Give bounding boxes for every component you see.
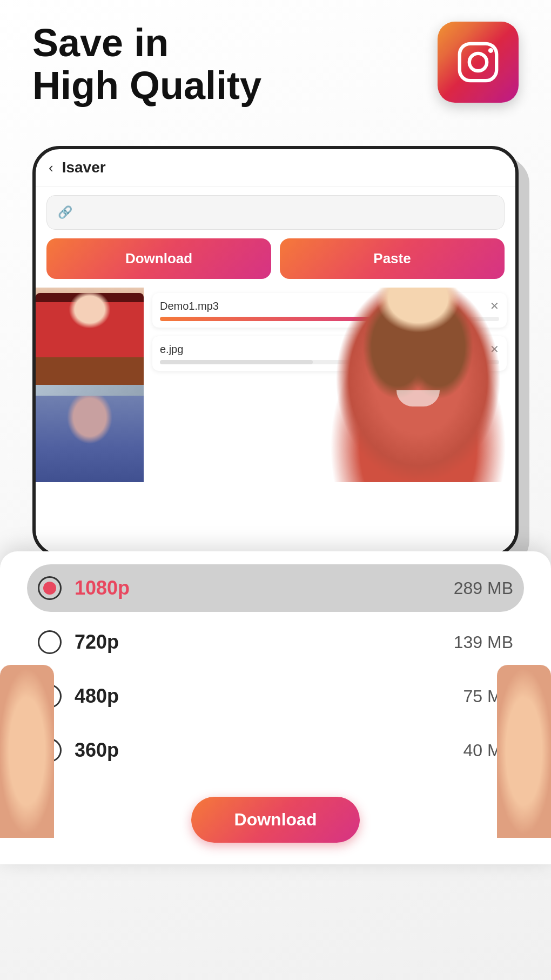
phone-container: ‹ Isaver 🔗 Download Paste [32,146,519,557]
quality-size-1080p: 289 MB [454,578,513,598]
quality-size-480p: 75 MB [463,686,513,706]
quality-size-720p: 139 MB [454,632,513,652]
radio-360p[interactable] [38,738,62,762]
paste-button[interactable]: Paste [280,238,505,279]
quality-panel: 1080p 289 MB 720p 139 MB 480p 75 MB 360p… [0,551,551,864]
radio-1080p[interactable] [38,576,62,600]
svg-point-2 [488,48,493,53]
person2-body [36,396,144,482]
link-icon: 🔗 [58,205,72,219]
progress-fill-2 [160,360,313,364]
quality-option-1080p[interactable]: 1080p 289 MB [27,564,524,612]
radio-inner-1080p [43,582,56,595]
progress-bar-1 [160,317,499,321]
back-button[interactable]: ‹ [49,159,53,176]
phone-content: Demo1.mp3 ✕ e.jpg ✕ [36,288,515,482]
quality-size-360p: 40 MB [463,741,513,761]
bottom-download-button[interactable]: Download [191,797,360,843]
headline-line2: High Quality [32,64,261,107]
filename-1: Demo1.mp3 [160,300,219,312]
radio-720p[interactable] [38,630,62,654]
quality-label-480p: 480p [75,685,463,708]
thumbnail-1 [36,288,144,385]
phone-title: Isaver [62,159,106,176]
download-item-header-2: e.jpg ✕ [160,343,499,356]
download-item-header-1: Demo1.mp3 ✕ [160,299,499,312]
phone-topbar: ‹ Isaver [36,149,515,186]
headline-line1: Save in [32,21,169,64]
download-item-1: Demo1.mp3 ✕ [152,293,507,328]
download-items-list: Demo1.mp3 ✕ e.jpg ✕ [144,288,515,482]
url-input-bar[interactable]: 🔗 [46,195,505,230]
quality-option-720p[interactable]: 720p 139 MB [27,618,524,666]
download-item-2: e.jpg ✕ [152,336,507,371]
quality-option-480p[interactable]: 480p 75 MB [27,672,524,720]
person1-body [36,293,144,385]
quality-label-720p: 720p [75,631,454,654]
quality-option-360p[interactable]: 360p 40 MB [27,726,524,774]
radio-480p[interactable] [38,684,62,708]
thumbnail-column [36,288,144,482]
quality-label-1080p: 1080p [75,577,454,599]
close-icon-2[interactable]: ✕ [490,343,499,356]
phone-mockup: ‹ Isaver 🔗 Download Paste [32,146,519,557]
quality-label-360p: 360p [75,739,463,762]
progress-bar-2 [160,360,499,364]
phone-action-buttons: Download Paste [46,238,505,279]
header: Save in High Quality [32,22,519,107]
progress-fill-1 [160,317,414,321]
headline: Save in High Quality [32,22,261,107]
download-button[interactable]: Download [46,238,271,279]
close-icon-1[interactable]: ✕ [490,299,499,312]
svg-point-1 [469,54,487,71]
thumbnail-2 [36,385,144,482]
instagram-icon [438,22,519,103]
filename-2: e.jpg [160,343,183,356]
